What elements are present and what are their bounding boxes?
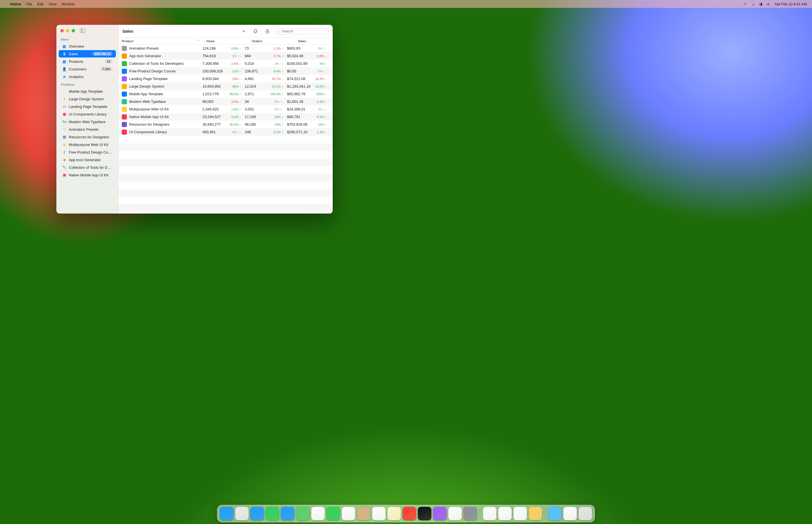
- spotlight-icon[interactable]: ⌕: [752, 2, 754, 6]
- menu-window[interactable]: Window: [62, 2, 75, 6]
- orders-value: 46,280: [245, 122, 267, 127]
- dock-maps-icon[interactable]: [296, 507, 309, 520]
- sidebar-product-item[interactable]: ◆App Icon Generator: [59, 156, 116, 163]
- sidebar-product-item[interactable]: ⋯Animation Presets: [59, 126, 116, 133]
- views-value: 23,244,527: [203, 115, 224, 119]
- dock-mail-icon[interactable]: [281, 507, 294, 520]
- table-row[interactable]: Resources for Designers30,840,27745.6% ↑…: [118, 120, 333, 128]
- table-row[interactable]: UI Components Library450,3810% ↑↓2480.2%…: [118, 128, 333, 136]
- dock-finder-icon[interactable]: [220, 507, 234, 520]
- sidebar-item-customers[interactable]: 👤Customers7,381: [59, 65, 116, 73]
- table-row[interactable]: Native Mobile App UI Kit23,244,5279.3% ↑…: [118, 113, 333, 120]
- dock-notes-icon[interactable]: [387, 507, 401, 520]
- table-row-empty: [118, 181, 333, 189]
- dock-preview-icon[interactable]: [498, 507, 512, 520]
- table-row[interactable]: Modern Web Typeface99,0633.5% ↓340% ↑↓$1…: [118, 98, 333, 105]
- dock-news-icon[interactable]: [448, 507, 462, 520]
- sidebar-product-item[interactable]: ▤Resources for Designers: [59, 133, 116, 141]
- window-minimize-button[interactable]: [66, 29, 69, 32]
- sidebar-product-item[interactable]: Mobile App Template: [59, 87, 116, 95]
- search-field[interactable]: ⌕: [275, 28, 329, 34]
- orders-pct: 0% ↑↓: [275, 62, 283, 65]
- sidebar-product-item[interactable]: ▭Landing Page Template: [59, 103, 116, 110]
- window-close-button[interactable]: [60, 29, 64, 32]
- sidebar-item-products[interactable]: ▤Products12: [59, 58, 116, 65]
- sidebar-item-sales[interactable]: $Sales$30,756.71: [59, 50, 116, 58]
- views-value: 99,063: [203, 99, 224, 104]
- sidebar-product-item[interactable]: 🔧Collection of Tools for Dev…: [59, 164, 116, 171]
- menu-edit[interactable]: Edit: [37, 2, 44, 6]
- sales-value: $280,571.10: [287, 130, 309, 134]
- table-row[interactable]: Multipurpose Web UI Kit2,345,6251.6% ↑3,…: [118, 105, 333, 113]
- control-center-icon[interactable]: ⚌: [767, 2, 770, 6]
- column-product[interactable]: Product ˄: [121, 39, 203, 43]
- column-orders[interactable]: Orders: [252, 39, 294, 43]
- table-row[interactable]: App Icon Generator754,6190% ↑↓9843.7% ↓$…: [118, 52, 333, 60]
- sidebar-item-overview[interactable]: ▥Overview: [59, 43, 116, 50]
- dock-downloads-icon[interactable]: [548, 507, 562, 520]
- product-icon: ⋯: [62, 127, 66, 132]
- wifi-icon[interactable]: ᯤ: [744, 2, 748, 6]
- views-value: 754,619: [203, 54, 224, 58]
- table-row[interactable]: Free Product Design Course100,009,32812%…: [118, 67, 333, 75]
- sidebar-item-label: Landing Page Template: [69, 104, 112, 109]
- dock-pages-doc-icon[interactable]: [563, 507, 577, 520]
- table-row[interactable]: Landing Page Template6,003,54410% ↓4,891…: [118, 75, 333, 83]
- user-icon[interactable]: ◑: [759, 2, 762, 6]
- dock-facetime-icon[interactable]: [327, 507, 340, 520]
- sidebar-toggle-icon[interactable]: [80, 29, 85, 33]
- column-views[interactable]: Views: [206, 39, 249, 43]
- sort-indicator-icon: ˄: [198, 39, 200, 43]
- product-name: Animation Presets: [129, 46, 159, 50]
- product-name: Mobile App Template: [129, 92, 163, 96]
- sidebar-item-analytics[interactable]: ⩚Analytics: [59, 73, 116, 80]
- sidebar: Store ▥Overview$Sales$30,756.71▤Products…: [57, 25, 118, 214]
- dock-keychain-icon[interactable]: [513, 507, 527, 520]
- dock-safari-icon[interactable]: [250, 507, 264, 520]
- sidebar-product-item[interactable]: AaModern Web Typeface: [59, 118, 116, 125]
- orders-pct: 0.2% ↑: [273, 130, 283, 134]
- add-button[interactable]: ＋: [240, 27, 248, 35]
- sidebar-item-label: Customers: [69, 67, 98, 71]
- table-row[interactable]: Large Design System10,654,99236% ↑12,024…: [118, 83, 333, 90]
- sidebar-product-item[interactable]: |Free Product Design Course: [59, 148, 116, 156]
- dock-textedit-icon[interactable]: [483, 507, 496, 520]
- sidebar-item-label: Products: [69, 60, 102, 64]
- menu-file[interactable]: File: [26, 2, 32, 6]
- dock-calendar-icon[interactable]: [342, 507, 355, 520]
- views-pct: 45.6% ↑: [229, 123, 241, 126]
- dock-launchpad-icon[interactable]: [235, 507, 249, 520]
- dock-reminders-icon[interactable]: [372, 507, 386, 520]
- window-zoom-button[interactable]: [71, 29, 75, 32]
- orders-value: 236,871: [245, 69, 267, 73]
- product-icon: ▦: [62, 112, 66, 116]
- sidebar-product-item[interactable]: ✦Large Design System: [59, 95, 116, 102]
- table-row[interactable]: Mobile App Template1,023,77898.9% ↑2,871…: [118, 90, 333, 98]
- dock-messages-icon[interactable]: [266, 507, 279, 520]
- dock-trash-icon[interactable]: [578, 507, 592, 520]
- notifications-button[interactable]: [252, 27, 259, 35]
- sidebar-product-item[interactable]: ▦UI Components Library: [59, 111, 116, 118]
- table-row[interactable]: Animation Presets124,1980.8% ↑731.2% ↓$9…: [118, 45, 333, 52]
- dock-app4-icon[interactable]: [529, 507, 542, 520]
- sidebar-product-item[interactable]: ◉Multipurpose Web UI Kit: [59, 141, 116, 148]
- sidebar-item-label: Free Product Design Course: [69, 150, 112, 154]
- dock-settings-icon[interactable]: [463, 507, 477, 520]
- dock-photos-icon[interactable]: [311, 507, 325, 520]
- sales-pct: 15% ↑: [318, 123, 327, 126]
- column-sales[interactable]: Sales: [298, 39, 331, 43]
- dock-contacts-icon[interactable]: [357, 507, 370, 520]
- clock[interactable]: Sat Feb 10 9:41 AM: [775, 2, 807, 6]
- page-title: Sales: [122, 29, 133, 34]
- table-row[interactable]: Collection of Tools for Developers7,308,…: [118, 60, 333, 67]
- menu-view[interactable]: View: [48, 2, 57, 6]
- dock-podcasts-icon[interactable]: [433, 507, 447, 520]
- dock-tv-icon[interactable]: [418, 507, 431, 520]
- views-value: 6,003,544: [203, 77, 224, 81]
- sidebar-item-label: Modern Web Typeface: [69, 120, 112, 124]
- dock-music-icon[interactable]: [403, 507, 416, 520]
- search-input[interactable]: [282, 29, 326, 33]
- sidebar-product-item[interactable]: ▣Native Mobile App UI Kit: [59, 171, 116, 179]
- app-menu[interactable]: Native: [10, 2, 21, 6]
- share-button[interactable]: [263, 27, 271, 35]
